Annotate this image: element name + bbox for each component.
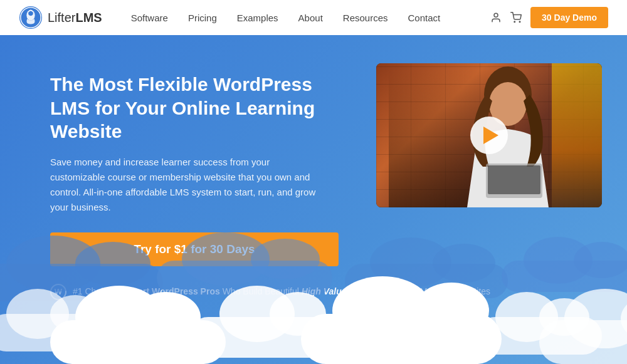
wordpress-icon: W (50, 284, 66, 300)
front-cloud-6 (539, 320, 627, 364)
svg-point-3 (28, 11, 33, 16)
front-cloud-2 (50, 320, 226, 364)
nav-contact[interactable]: Contact (398, 0, 451, 35)
tagline-suffix: Online Courses & Membership Sites (349, 286, 490, 296)
hero-left: The Most Flexible WordPress LMS for Your… (50, 66, 339, 266)
tagline-bold1: Smart WordPress Pros (125, 286, 220, 296)
hero-video[interactable] (376, 63, 602, 207)
svg-rect-10 (488, 165, 540, 194)
tagline-prefix: #1 Choice of (73, 286, 122, 296)
play-icon (483, 127, 498, 144)
nav-examples[interactable]: Examples (227, 0, 288, 35)
user-icon-button[interactable] (490, 12, 502, 23)
front-cloud-5 (477, 317, 602, 355)
logo-icon (19, 6, 43, 29)
tagline-row: W #1 Choice of Smart WordPress Pros Who … (50, 284, 596, 300)
logo-brand: Lifter (48, 11, 75, 24)
nav-resources[interactable]: Resources (333, 0, 398, 35)
svg-point-4 (494, 13, 498, 17)
hero-section: The Most Flexible WordPress LMS for Your… (0, 35, 627, 364)
user-icon (490, 12, 502, 23)
front-cloud-4 (301, 314, 502, 364)
header: LifterLMS Software Pricing Examples Abou… (0, 0, 627, 35)
hero-title: The Most Flexible WordPress LMS for Your… (50, 73, 339, 143)
front-cloud-1 (0, 314, 113, 351)
nav-pricing[interactable]: Pricing (178, 0, 227, 35)
nav-about[interactable]: About (288, 0, 333, 35)
cart-icon-button[interactable] (510, 12, 522, 23)
tagline-bold2: High Value (302, 286, 347, 296)
logo-brand2: LMS (75, 11, 102, 24)
hero-content: The Most Flexible WordPress LMS for Your… (50, 66, 596, 266)
cta-button[interactable]: Try for $1 for 30 Days (50, 232, 339, 266)
demo-button[interactable]: 30 Day Demo (530, 7, 608, 28)
svg-point-5 (514, 21, 515, 23)
hero-description: Save money and increase learner success … (50, 155, 320, 215)
svg-point-6 (519, 21, 520, 23)
video-background (376, 63, 602, 207)
play-button[interactable] (470, 117, 508, 154)
cart-icon (510, 12, 522, 23)
logo[interactable]: LifterLMS (19, 6, 102, 29)
main-nav: Software Pricing Examples About Resource… (121, 0, 490, 35)
video-person (451, 66, 564, 207)
nav-icons (490, 12, 522, 23)
tagline-text: #1 Choice of Smart WordPress Pros Who Bu… (73, 286, 490, 298)
clouds-container (0, 257, 627, 364)
nav-software[interactable]: Software (121, 0, 178, 35)
front-cloud-3 (188, 317, 339, 358)
